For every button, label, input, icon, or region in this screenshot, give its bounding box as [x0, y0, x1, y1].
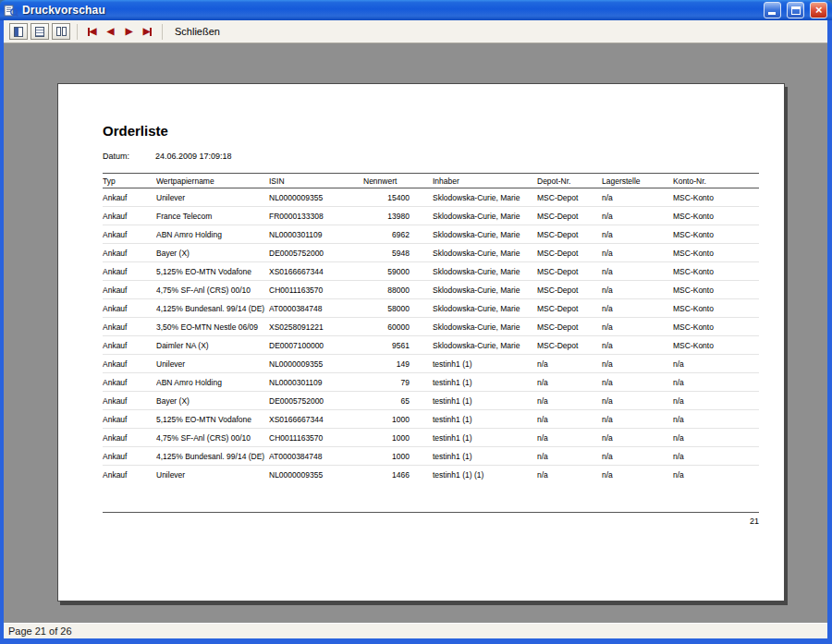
next-page-button[interactable]: ▶ — [121, 23, 137, 40]
column-header: Wertpapiername — [156, 174, 269, 188]
table-cell: Ankauf — [103, 429, 156, 447]
table-row: Ankauf4,75% SF-Anl (CRS) 00/10CH00111635… — [103, 429, 759, 447]
table-cell: n/a — [602, 466, 673, 484]
table-cell: n/a — [537, 466, 602, 484]
previous-page-button[interactable]: ◀ — [103, 23, 118, 40]
table-cell: MSC-Konto — [673, 188, 759, 207]
table-cell: NL0000301109 — [269, 225, 363, 244]
previous-page-icon: ◀ — [107, 27, 115, 36]
table-cell: n/a — [602, 392, 673, 410]
table-cell: testinh1 (1) — [410, 429, 537, 447]
minimize-icon — [768, 12, 776, 15]
table-cell: testinh1 (1) — [410, 373, 537, 392]
report-title: Orderliste — [103, 123, 758, 139]
single-page-view-icon — [14, 27, 23, 37]
two-page-view-button[interactable] — [52, 23, 70, 40]
preview-area: Orderliste Datum: 24.06.2009 17:09:18 Ty… — [4, 43, 827, 623]
table-cell: Daimler NA (X) — [156, 336, 269, 355]
table-cell: n/a — [537, 392, 602, 410]
table-cell: MSC-Depot — [537, 318, 602, 336]
maximize-button[interactable] — [787, 2, 804, 18]
table-cell: 88000 — [363, 281, 410, 299]
table-cell: n/a — [537, 373, 602, 392]
table-cell: testinh1 (1) — [410, 447, 537, 466]
desktop: Druckvorschau × — [0, 0, 832, 644]
table-cell: AT0000384748 — [269, 447, 363, 466]
table-cell: 4,75% SF-Anl (CRS) 00/10 — [156, 429, 269, 447]
table-row: Ankauf4,125% Bundesanl. 99/14 (DE)AT0000… — [103, 299, 759, 318]
table-cell: testinh1 (1) — [410, 392, 537, 410]
column-header: Konto-Nr. — [673, 174, 759, 188]
table-cell: Unilever — [156, 188, 269, 207]
table-cell: Ankauf — [103, 355, 156, 373]
page-text-view-icon — [35, 27, 44, 37]
table-row: AnkaufBayer (X)DE000575200065testinh1 (1… — [103, 392, 759, 410]
table-cell: n/a — [602, 336, 673, 355]
order-table-head: TypWertpapiernameISINNennwertInhaberDepo… — [103, 174, 759, 188]
titlebar[interactable]: Druckvorschau × — [0, 0, 832, 20]
table-cell: n/a — [673, 355, 759, 373]
first-page-button[interactable]: ◀ — [84, 23, 100, 40]
table-cell: 9561 — [363, 336, 410, 355]
table-cell: Sklodowska-Curie, Marie — [410, 281, 537, 299]
document-content: Orderliste Datum: 24.06.2009 17:09:18 Ty… — [58, 84, 784, 601]
table-cell: Sklodowska-Curie, Marie — [410, 262, 537, 281]
table-cell: n/a — [602, 262, 673, 281]
toolbar-separator — [162, 24, 163, 40]
table-cell: 6962 — [363, 225, 410, 244]
minimize-button[interactable] — [764, 2, 781, 18]
table-cell: n/a — [673, 447, 759, 466]
date-value: 24.06.2009 17:09:18 — [155, 152, 232, 161]
table-cell: n/a — [602, 207, 673, 225]
table-cell: n/a — [602, 447, 673, 466]
table-cell: 59000 — [363, 262, 410, 281]
table-cell: Ankauf — [103, 392, 156, 410]
table-cell: Sklodowska-Curie, Marie — [410, 188, 537, 207]
table-cell: 5,125% EO-MTN Vodafone — [156, 410, 269, 429]
table-cell: 5948 — [363, 244, 410, 262]
order-table-header-row: TypWertpapiernameISINNennwertInhaberDepo… — [103, 174, 759, 188]
table-cell: Sklodowska-Curie, Marie — [410, 244, 537, 262]
table-cell: Ankauf — [103, 466, 156, 484]
schliessen-button[interactable]: Schließen — [169, 24, 226, 39]
close-icon: × — [815, 3, 823, 18]
page-text-view-button[interactable] — [31, 23, 49, 40]
first-page-icon: ◀ — [90, 27, 97, 36]
table-cell: 1000 — [363, 447, 410, 466]
table-row: Ankauf5,125% EO-MTN VodafoneXS0166667344… — [103, 410, 759, 429]
table-cell: MSC-Konto — [673, 207, 759, 225]
close-window-button[interactable]: × — [810, 2, 827, 18]
table-cell: DE0005752000 — [269, 392, 363, 410]
single-page-view-button[interactable] — [9, 23, 28, 40]
table-cell: CH0011163570 — [269, 429, 363, 447]
column-header: ISIN — [269, 174, 363, 188]
table-cell: Sklodowska-Curie, Marie — [410, 336, 537, 355]
table-cell: 79 — [363, 373, 410, 392]
table-cell: n/a — [602, 225, 673, 244]
table-cell: n/a — [537, 355, 602, 373]
table-cell: MSC-Depot — [537, 299, 602, 318]
table-cell: DE0005752000 — [269, 244, 363, 262]
table-row: AnkaufBayer (X)DE00057520005948Sklodowsk… — [103, 244, 759, 262]
table-row: AnkaufDaimler NA (X)DE00071000009561Sklo… — [103, 336, 759, 355]
two-page-view-icon — [56, 27, 67, 36]
table-cell: XS0166667344 — [269, 262, 363, 281]
table-row: AnkaufUnileverNL00000093551466testinh1 (… — [103, 466, 759, 484]
table-cell: MSC-Konto — [673, 336, 759, 355]
table-cell: FR0000133308 — [269, 207, 363, 225]
table-cell: Unilever — [156, 466, 269, 484]
last-page-button[interactable]: ▶ — [140, 23, 155, 40]
table-cell: n/a — [602, 355, 673, 373]
table-cell: ABN Amro Holding — [156, 373, 269, 392]
table-cell: 65 — [363, 392, 410, 410]
table-cell: Ankauf — [103, 225, 156, 244]
table-cell: Ankauf — [103, 262, 156, 281]
table-cell: 1000 — [363, 429, 410, 447]
table-cell: n/a — [602, 373, 673, 392]
table-cell: Sklodowska-Curie, Marie — [410, 207, 537, 225]
table-cell: XS0258091221 — [269, 318, 363, 336]
table-cell: NL0000301109 — [269, 373, 363, 392]
table-cell: AT0000384748 — [269, 299, 363, 318]
column-header: Inhaber — [410, 174, 537, 188]
order-table-body: AnkaufUnileverNL000000935515400Sklodowsk… — [103, 188, 759, 484]
